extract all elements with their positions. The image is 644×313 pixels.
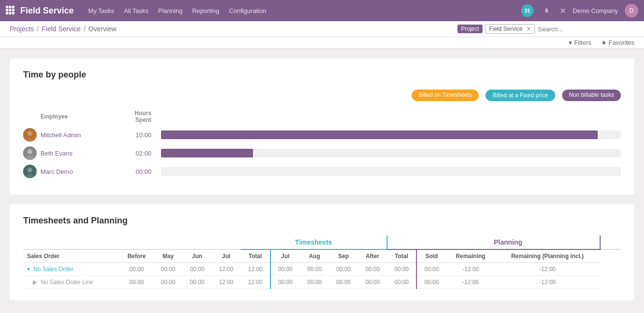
employee-row-2: Marc Demo 00:00: [23, 165, 621, 178]
th-before: Before: [120, 249, 154, 263]
col-headers-row: Sales Order Before May Jun Jul Total Jul…: [23, 249, 621, 263]
user-avatar[interactable]: D: [625, 4, 638, 17]
topnav-right: 31 5 ✕ Demo Company D: [521, 4, 638, 17]
menu-my-tasks[interactable]: My Tasks: [88, 7, 114, 14]
td-total-ts-child-0: 12:00: [241, 276, 270, 289]
td-before-0: 00:00: [120, 263, 154, 276]
th-remaining-planning: Remaining (Planning incl.): [495, 249, 600, 263]
th-remaining: Remaining: [446, 249, 495, 263]
app-title: Field Service: [20, 6, 74, 16]
remove-tag-icon[interactable]: ✕: [526, 26, 531, 32]
col-header-employee: Employee: [40, 113, 118, 120]
td-sold-child-0: 00:00: [416, 276, 446, 289]
menu-all-tasks[interactable]: All Tasks: [124, 7, 148, 14]
td-after-child-0: 00:00: [358, 276, 387, 289]
close-icon[interactable]: ✕: [560, 6, 566, 15]
project-tag-label: Project: [457, 25, 482, 33]
table-row-parent-0: ▾ No Sales Order 00:00 00:00 00:00 12:00…: [23, 263, 621, 276]
td-jul-pl-child-0: 00:00: [270, 276, 300, 289]
time-by-people-title: Time by people: [23, 70, 621, 80]
timesheets-planning-title: Timesheets and Planning: [23, 216, 621, 226]
avatar-mitchell: [23, 128, 37, 142]
legend-billed-fixed: Billed at a Fixed price: [485, 90, 555, 101]
breadcrumb-sep2: /: [83, 25, 85, 33]
th-total-ts: Total: [241, 249, 270, 263]
th-after: After: [358, 249, 387, 263]
menu-reporting[interactable]: Reporting: [192, 7, 219, 14]
svg-point-10: [27, 131, 32, 136]
people-table-header: Employee Hours Spent: [23, 110, 621, 123]
employee-hours-0: 10:00: [118, 131, 151, 139]
breadcrumb-projects[interactable]: Projects: [10, 25, 34, 33]
favorites-button[interactable]: ★ Favorites: [601, 39, 634, 46]
svg-point-13: [27, 149, 32, 154]
subbar: Projects / Field Service / Overview Proj…: [0, 21, 644, 37]
td-total-ts-0: 12:00: [241, 263, 270, 276]
employee-name-1[interactable]: Beth Evans: [40, 150, 118, 157]
td-total-pl-child-0: 00:00: [387, 276, 416, 289]
search-tag-value: Field Service: [489, 26, 523, 32]
td-may-child-0: 00:00: [154, 276, 183, 289]
td-sales-order-child-0[interactable]: ▶ No Sales Order Line: [23, 276, 120, 289]
th-planning: Planning: [416, 235, 600, 249]
favorites-label: Favorites: [609, 39, 634, 46]
menu-planning[interactable]: Planning: [158, 7, 183, 14]
filters-label: Filters: [574, 39, 591, 46]
employee-bar-1: [161, 149, 621, 157]
th-timesheets: Timesheets: [241, 235, 387, 249]
td-sep-0: 00:00: [329, 263, 358, 276]
timesheets-planning-card: Timesheets and Planning Timesheets Plann…: [10, 204, 634, 300]
top-navigation: Field Service My Tasks All Tasks Plannin…: [0, 0, 644, 21]
th-jul-pl: Jul: [270, 249, 300, 263]
breadcrumb-field-service[interactable]: Field Service: [41, 25, 80, 33]
th-empty-2: [611, 235, 621, 249]
th-may: May: [154, 249, 183, 263]
employee-name-2[interactable]: Marc Demo: [40, 168, 118, 175]
employee-row-1: Beth Evans 02:00: [23, 146, 621, 160]
search-input[interactable]: [538, 26, 634, 33]
filters-button[interactable]: ▾ Filters: [569, 39, 591, 46]
td-jun-0: 00:00: [183, 263, 212, 276]
menu-configuration[interactable]: Configuration: [229, 7, 266, 14]
legend: Billed on Timesheets Billed at a Fixed p…: [23, 90, 621, 101]
employee-name-0[interactable]: Mitchell Admin: [40, 131, 118, 139]
employee-hours-1: 02:00: [118, 150, 151, 157]
messages-count: 5: [545, 8, 548, 13]
grid-icon[interactable]: [6, 6, 14, 16]
th-aug: Aug: [300, 249, 329, 263]
avatar-marc: [23, 165, 37, 178]
td-sep-child-0: 00:00: [329, 276, 358, 289]
td-jul-pl-0: 00:00: [270, 263, 300, 276]
timesheets-table: Timesheets Planning Sales Order Before M…: [23, 235, 621, 289]
svg-rect-2: [12, 6, 14, 8]
expand-icon-child[interactable]: ▶: [33, 279, 37, 286]
svg-rect-1: [9, 6, 12, 8]
breadcrumb: Projects / Field Service / Overview: [10, 25, 117, 33]
main-content: Time by people Billed on Timesheets Bill…: [0, 49, 644, 313]
td-remaining-planning-child-0: -12:00: [495, 276, 600, 289]
svg-rect-4: [9, 9, 12, 11]
svg-rect-3: [6, 9, 8, 11]
bar-fill-1: [161, 149, 253, 157]
main-menu: My Tasks All Tasks Planning Reporting Co…: [88, 7, 521, 14]
search-tag-pill: Field Service ✕: [485, 24, 535, 34]
notifications-icon[interactable]: 31: [521, 4, 534, 17]
employee-row-0: Mitchell Admin 10:00: [23, 128, 621, 142]
legend-non-billable: Non billable tasks: [562, 90, 621, 101]
th-empty-1: [23, 235, 241, 249]
col-header-hours: Hours Spent: [118, 110, 151, 123]
search-bar: Project Field Service ✕: [457, 24, 634, 34]
company-name: Demo Company: [573, 7, 618, 14]
filter-icon: ▾: [569, 39, 572, 46]
svg-rect-7: [9, 12, 12, 14]
employee-bar-0: [161, 130, 621, 139]
avatar-beth: [23, 146, 37, 160]
svg-point-16: [27, 168, 32, 172]
th-sep: Sep: [329, 249, 358, 263]
td-may-0: 00:00: [154, 263, 183, 276]
messages-icon[interactable]: 5: [540, 4, 553, 17]
time-by-people-card: Time by people Billed on Timesheets Bill…: [10, 58, 634, 195]
breadcrumb-sep1: /: [37, 25, 39, 33]
expand-icon[interactable]: ▾: [27, 266, 30, 273]
td-sales-order-parent-0[interactable]: ▾ No Sales Order: [23, 263, 120, 276]
